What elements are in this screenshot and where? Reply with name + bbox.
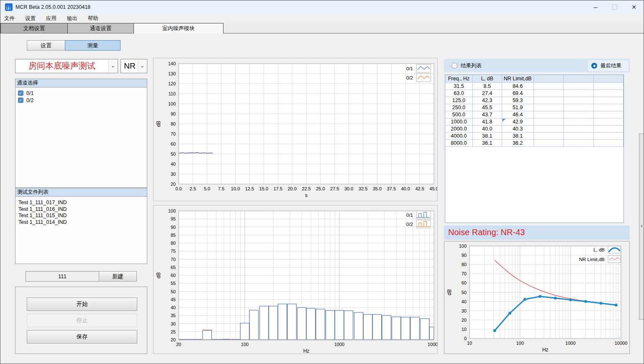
table-cell[interactable]: 40.0	[473, 126, 502, 133]
table-cell[interactable]	[534, 97, 564, 104]
table-cell[interactable]	[564, 118, 594, 126]
file-item[interactable]: Test 1_111_017_IND	[15, 200, 147, 206]
rating-type-dropdown[interactable]: NR ⌄	[121, 59, 147, 73]
table-cell[interactable]: 46.4	[502, 111, 534, 118]
table-cell[interactable]: 27.4	[473, 90, 502, 97]
table-cell[interactable]: 51.9	[502, 104, 534, 111]
table-cell[interactable]	[594, 83, 623, 90]
file-item[interactable]: Test 1_111_014_IND	[15, 219, 147, 226]
table-cell[interactable]	[594, 111, 623, 118]
table-cell[interactable]: 42.3	[473, 97, 502, 104]
table-cell[interactable]	[534, 111, 564, 118]
table-cell[interactable]: 40.3	[502, 126, 534, 133]
table-cell[interactable]	[594, 90, 623, 97]
chevron-down-icon[interactable]: ⌄	[108, 60, 117, 72]
table-cell[interactable]	[564, 90, 594, 97]
table-cell[interactable]	[534, 118, 564, 126]
table-cell[interactable]	[534, 126, 564, 133]
tab-channel-settings[interactable]: 通道设置	[67, 23, 133, 33]
radio-result-list-label[interactable]: 结果列表	[461, 59, 482, 72]
table-cell[interactable]: 45.5	[473, 104, 502, 111]
table-row[interactable]: 125.042.359.3	[445, 97, 623, 104]
table-cell[interactable]: 63.0	[445, 90, 473, 97]
table-cell[interactable]	[594, 133, 623, 140]
tab-indoor-noise-module[interactable]: 室内噪声模块	[133, 23, 223, 33]
table-cell[interactable]	[534, 90, 564, 97]
start-button[interactable]: 开始	[27, 297, 137, 311]
table-cell[interactable]: 125.0	[445, 97, 473, 104]
menu-application[interactable]: 应用	[46, 14, 62, 23]
table-cell[interactable]: 38.1	[502, 133, 534, 140]
table-cell[interactable]	[594, 140, 623, 147]
table-cell[interactable]: 69.4	[502, 90, 534, 97]
table-cell[interactable]	[594, 97, 623, 104]
table-row[interactable]: 500.043.746.4	[445, 111, 623, 118]
file-item[interactable]: Test 1_111_016_IND	[15, 206, 147, 213]
table-cell[interactable]: 250.0	[445, 104, 473, 111]
table-cell[interactable]: 4000.0	[445, 133, 473, 140]
table-row[interactable]: 1000.041.842.9	[445, 118, 623, 126]
table-cell[interactable]: 8.5	[473, 83, 502, 90]
table-cell[interactable]	[534, 83, 564, 90]
table-cell[interactable]: 2000.0	[445, 126, 473, 133]
table-cell[interactable]: 1000.0	[445, 118, 473, 126]
channel-item-0-1[interactable]: ✓ 0/1	[15, 90, 147, 97]
svg-text:L, dB: L, dB	[593, 247, 605, 252]
maximize-button[interactable]	[605, 0, 624, 14]
table-cell[interactable]: 8000.0	[445, 140, 473, 147]
menu-help[interactable]: 帮助	[87, 14, 103, 23]
save-button[interactable]: 保存	[27, 330, 137, 343]
table-cell[interactable]: 41.8	[473, 118, 502, 126]
radio-last-result-label[interactable]: 最后结果	[600, 59, 621, 72]
menu-output[interactable]: 输出	[67, 14, 82, 23]
subtab-measure[interactable]: 测量	[65, 40, 121, 51]
menu-file[interactable]: 文件	[4, 14, 20, 23]
svg-text:60: 60	[171, 141, 176, 146]
chevron-down-icon[interactable]: ⌄	[138, 60, 146, 72]
table-header-cell: L, dB	[473, 75, 502, 83]
table-cell[interactable]: 500.0	[445, 111, 473, 118]
table-row[interactable]: 8000.036.136.2	[445, 140, 623, 147]
table-cell[interactable]: 38.1	[473, 133, 502, 140]
test-name-input[interactable]	[26, 271, 99, 282]
table-cell[interactable]	[534, 104, 564, 111]
table-cell[interactable]	[534, 133, 564, 140]
file-item[interactable]: Test 1_111_015_IND	[15, 213, 147, 219]
table-cell[interactable]	[564, 111, 594, 118]
table-cell[interactable]: 59.3	[502, 97, 534, 104]
radio-result-list-icon[interactable]	[452, 63, 457, 69]
table-cell[interactable]: 84.6	[502, 83, 534, 90]
table-cell[interactable]	[534, 140, 564, 147]
table-cell[interactable]: 31.5	[445, 83, 473, 90]
minimize-button[interactable]: ─	[586, 0, 605, 14]
checkbox-checked-icon[interactable]: ✓	[18, 97, 23, 103]
table-row[interactable]: 4000.038.138.1	[445, 133, 623, 140]
table-cell[interactable]: 43.7	[473, 111, 502, 118]
table-cell[interactable]	[564, 126, 594, 133]
radio-last-result-icon[interactable]	[591, 63, 597, 69]
channel-item-0-2[interactable]: ✓ 0/2	[15, 97, 147, 104]
test-type-dropdown[interactable]: 房间本底噪声测试 ⌄	[15, 59, 118, 73]
table-cell[interactable]	[564, 104, 594, 111]
menu-settings[interactable]: 设置	[25, 14, 41, 23]
close-button[interactable]: ✕	[624, 0, 644, 14]
table-cell[interactable]	[594, 126, 623, 133]
panel-collapse-splitter[interactable]: ‹	[639, 133, 644, 320]
table-cell[interactable]	[564, 83, 594, 90]
table-cell[interactable]: 42.9	[502, 118, 534, 126]
table-row[interactable]: 31.58.584.6	[445, 83, 623, 90]
table-row[interactable]: 2000.040.040.3	[445, 126, 623, 133]
table-cell[interactable]	[564, 133, 594, 140]
table-cell[interactable]	[594, 118, 623, 126]
tab-document-settings[interactable]: 文档设置	[0, 23, 67, 33]
table-cell[interactable]: 36.2	[502, 140, 534, 147]
new-button[interactable]: 新建	[99, 271, 137, 282]
table-row[interactable]: 250.045.551.9	[445, 104, 623, 111]
table-cell[interactable]	[594, 104, 623, 111]
table-cell[interactable]	[564, 140, 594, 147]
table-cell[interactable]	[564, 97, 594, 104]
checkbox-checked-icon[interactable]: ✓	[18, 90, 23, 96]
subtab-settings[interactable]: 设置	[27, 40, 65, 51]
table-cell[interactable]: 36.1	[473, 140, 502, 147]
table-row[interactable]: 63.027.469.4	[445, 90, 623, 97]
